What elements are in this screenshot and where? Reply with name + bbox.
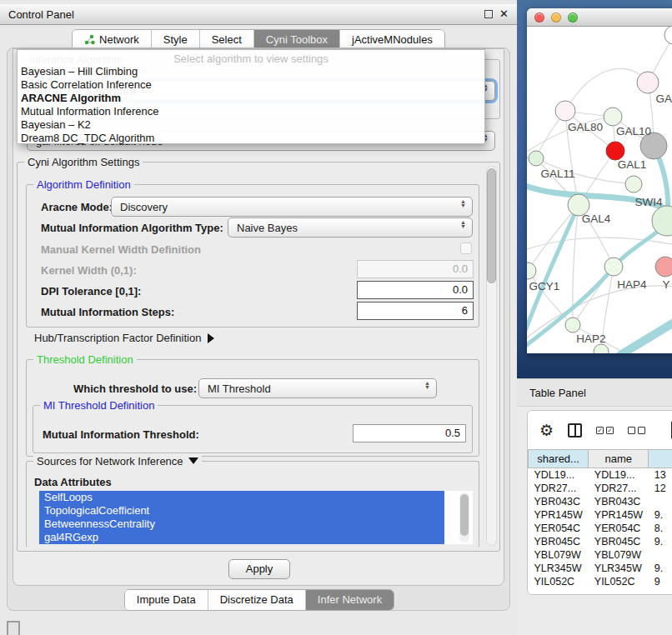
dpi-tolerance-field[interactable]: 0.0: [357, 281, 474, 299]
table-row[interactable]: YDR27...YDR27...12: [529, 482, 672, 495]
network-node[interactable]: [664, 27, 672, 44]
node-label-gal10: GAL10: [616, 125, 651, 138]
table-cell: YDR27...: [529, 482, 589, 495]
network-node-gal[interactable]: [637, 72, 659, 93]
table-row[interactable]: YPR145WYPR145W9.: [529, 508, 672, 522]
mi-threshold-label: Mutual Information Threshold:: [43, 428, 199, 441]
table-row[interactable]: YBR043CYBR043C: [529, 495, 672, 508]
control-panel-title: Control Panel: [8, 8, 74, 21]
table-cell: 13: [649, 468, 672, 482]
float-icon[interactable]: [484, 10, 493, 18]
node-label-hap4: HAP4: [617, 278, 647, 291]
node-label-hap2: HAP2: [576, 332, 605, 345]
algorithm-option-bayesian-k2[interactable]: Bayesian – K2: [18, 118, 484, 132]
manual-kernel-checkbox[interactable]: [460, 242, 472, 254]
minimize-traffic-icon[interactable]: [551, 12, 561, 22]
table-row[interactable]: YLR345WYLR345W9.: [529, 562, 672, 575]
table-row[interactable]: YBR045CYBR045C9.: [529, 535, 672, 548]
column-header-shared[interactable]: shared...: [529, 450, 589, 468]
bottom-tab-impute-data[interactable]: Impute Data: [125, 590, 208, 610]
columns-icon[interactable]: [568, 423, 582, 438]
network-edge: [565, 68, 648, 111]
kernel-width-field[interactable]: 0.0: [357, 260, 474, 278]
mi-steps-field[interactable]: 6: [357, 302, 474, 320]
table-row[interactable]: YDL19...YDL19...13: [529, 468, 672, 482]
manual-kernel-label: Manual Kernel Width Definition: [41, 243, 201, 256]
node-label-swi4: SWI4: [634, 196, 662, 208]
algorithm-option-bayesian-hill-climbing[interactable]: Bayesian – Hill Climbing: [18, 65, 484, 78]
apply-button[interactable]: Apply: [228, 559, 291, 579]
mi-type-label: Mutual Information Algorithm Type:: [41, 222, 223, 234]
network-node[interactable]: [594, 344, 609, 353]
mi-threshold-field[interactable]: 0.5: [353, 424, 466, 442]
table-row[interactable]: YER054CYER054C8.: [529, 522, 672, 535]
network-node-gal1[interactable]: [606, 142, 624, 160]
network-node-gcy1[interactable]: [527, 262, 536, 279]
bottom-tab-label: Discretize Data: [220, 593, 293, 606]
deselect-all-icon[interactable]: [628, 427, 645, 434]
table-row[interactable]: YBL079WYBL079W: [529, 548, 672, 562]
table-panel-title: Table Panel: [529, 387, 586, 399]
network-node-y[interactable]: [655, 257, 672, 277]
network-node-gal10[interactable]: [604, 108, 622, 126]
bottom-tab-infer-network[interactable]: Infer Network: [306, 590, 394, 610]
table-cell: YIL052C: [589, 575, 649, 588]
bottom-tabbar: Impute DataDiscretize DataInfer Network: [8, 589, 511, 611]
table-row[interactable]: YIL052CYIL052C9: [529, 575, 672, 588]
data-attributes-list: SelfLoopsTopologicalCoefficientBetweenne…: [39, 491, 473, 544]
network-graph[interactable]: GALGAL80GAL10GAL1GAL11SWI4GAL4GCY1HAP4YH…: [527, 27, 672, 353]
settings-vertical-scrollbar[interactable]: [486, 166, 497, 546]
zoom-traffic-icon[interactable]: [568, 12, 578, 22]
table-cell: YDR27...: [589, 482, 649, 495]
table-cell: YLR345W: [589, 562, 649, 575]
node-label-y: Y: [662, 278, 669, 291]
table-cell: YBL079W: [529, 548, 589, 562]
aracne-mode-combo[interactable]: Discovery ▲▼: [111, 197, 473, 217]
table-cell: 8.: [649, 522, 672, 535]
which-threshold-combo[interactable]: MI Threshold ▲▼: [198, 378, 437, 398]
cyni-algorithm-settings-title: Cyni Algorithm Settings: [24, 156, 143, 168]
close-traffic-icon[interactable]: [534, 12, 544, 22]
network-view-window[interactable]: GALGAL80GAL10GAL1GAL11SWI4GAL4GCY1HAP4YH…: [527, 8, 672, 353]
aracne-mode-value: Discovery: [120, 201, 168, 213]
column-header-name[interactable]: name: [589, 450, 649, 468]
network-node-swi4[interactable]: [625, 176, 642, 192]
network-node-gal11[interactable]: [529, 151, 544, 166]
gear-icon[interactable]: ⚙: [539, 422, 554, 438]
algorithm-definition-title: Algorithm Definition: [33, 178, 134, 191]
scrollbar-thumb[interactable]: [460, 494, 469, 536]
tab-label: jActiveMNodules: [352, 33, 433, 46]
table-cell: YLR345W: [529, 562, 589, 575]
network-node-hap4[interactable]: [604, 258, 623, 276]
attributes-scrollbar[interactable]: [459, 492, 469, 542]
infer-network-subpanel: Inference Algorithm ARACNE Algorithm ▲▼ …: [13, 48, 504, 586]
algorithm-option-aracne-algorithm[interactable]: ARACNE Algorithm: [18, 92, 484, 105]
column-header-col2[interactable]: [649, 450, 672, 468]
scrollbar-thumb[interactable]: [487, 168, 496, 283]
mi-type-combo[interactable]: Naive Bayes ▲▼: [228, 218, 473, 238]
aracne-mode-label: Aracne Mode:: [41, 201, 113, 213]
attribute-item-topologicalcoefficient[interactable]: TopologicalCoefficient: [39, 504, 444, 518]
table-cell: YER054C: [529, 522, 589, 535]
algorithm-dropdown-list: Bayesian – Hill ClimbingBasic Correlatio…: [18, 65, 484, 145]
network-node-gal80[interactable]: [555, 101, 575, 121]
hub-definition-toggle[interactable]: Hub/Transcription Factor Definition: [34, 332, 214, 344]
node-label-gal4: GAL4: [582, 212, 611, 225]
close-icon[interactable]: ✕: [499, 10, 509, 18]
bottom-tab-discretize-data[interactable]: Discretize Data: [208, 590, 306, 610]
algorithm-option-mutual-information-inference[interactable]: Mutual Information Inference: [18, 105, 484, 118]
select-all-icon[interactable]: ✓✓: [596, 427, 614, 434]
sources-group-title[interactable]: Sources for Network Inference: [33, 455, 202, 468]
table-cell: YIL052C: [529, 575, 589, 588]
algorithm-dropdown-popup: Select algorithm to view settings Bayesi…: [17, 49, 485, 144]
hub-definition-label: Hub/Transcription Factor Definition: [34, 332, 201, 344]
attribute-item-betweennesscentrality[interactable]: BetweennessCentrality: [39, 518, 444, 531]
panel-grip-icon[interactable]: [7, 621, 20, 635]
attribute-item-selfloops[interactable]: SelfLoops: [39, 491, 444, 504]
algorithm-option-basic-correlation-inference[interactable]: Basic Correlation Inference: [18, 78, 484, 92]
algorithm-option-dream8-dc-tdc-algorithm[interactable]: Dream8 DC_TDC Algorithm: [18, 132, 484, 145]
cyni-algorithm-settings-group: Cyni Algorithm Settings Algorithm Defini…: [17, 162, 500, 552]
attribute-item-gal4rgexp[interactable]: gal4RGexp: [39, 531, 444, 544]
algorithm-dropdown-placeholder: Select algorithm to view settings: [18, 50, 484, 65]
network-node-hap2[interactable]: [565, 318, 580, 332]
